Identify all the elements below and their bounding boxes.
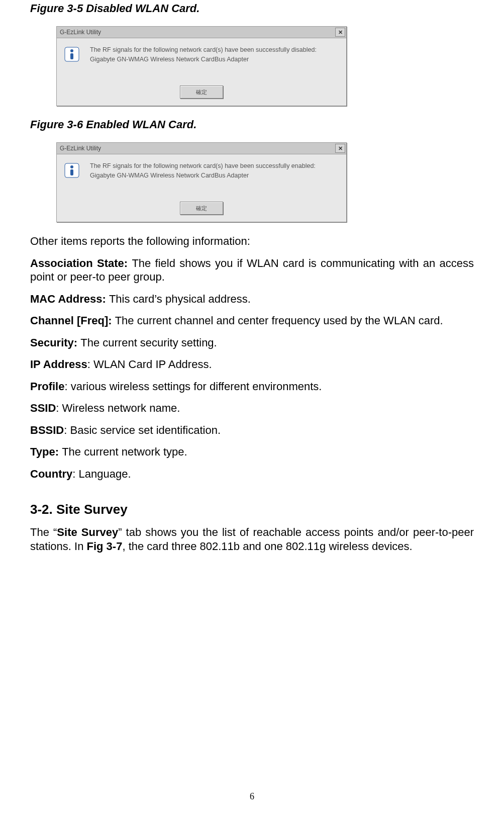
def-label: Profile <box>30 380 64 393</box>
dialog-line1: The RF signals for the following network… <box>90 161 316 171</box>
p-bold-fig-3-7: Fig 3-7 <box>87 540 123 553</box>
p-bold-site-survey: Site Survey <box>57 526 118 538</box>
figure-3-6-caption: Figure 3-6 Enabled WLAN Card. <box>30 118 474 131</box>
def-label: BSSID <box>30 424 64 436</box>
p-part: , the card three 802.11b and one 802.11g… <box>122 540 412 553</box>
figure-3-5-caption: Figure 3-5 Disabled WLAN Card. <box>30 2 474 15</box>
ok-button[interactable]: 確定 <box>180 85 223 99</box>
dialog-message: The RF signals for the following network… <box>90 161 316 196</box>
dialog-line2: Gigabyte GN-WMAG Wireless Network CardBu… <box>90 55 317 64</box>
figure-3-5-image: G-EzLink Utility ✕ The RF signals for th… <box>56 26 474 106</box>
close-icon[interactable]: ✕ <box>335 28 345 37</box>
svg-point-1 <box>70 49 73 52</box>
page-number: 6 <box>0 791 504 802</box>
ok-button[interactable]: 確定 <box>180 202 223 215</box>
dialog-line1: The RF signals for the following network… <box>90 45 317 55</box>
dialog-enabled: G-EzLink Utility ✕ The RF signals for th… <box>56 142 347 222</box>
def-profile: Profile: various wireless settings for d… <box>30 380 474 394</box>
def-text: The current network type. <box>62 445 187 458</box>
site-survey-paragraph: The “Site Survey” tab shows you the list… <box>30 525 474 553</box>
def-ssid: SSID: Wireless network name. <box>30 401 474 415</box>
def-ip-address: IP Address: WLAN Card IP Address. <box>30 357 474 372</box>
dialog-footer: 確定 <box>57 199 346 222</box>
def-label: IP Address <box>30 358 87 371</box>
def-text: The current security setting. <box>80 336 217 349</box>
close-icon[interactable]: ✕ <box>335 144 345 153</box>
dialog-message: The RF signals for the following network… <box>90 45 317 79</box>
def-association-state: Association State: The field shows you i… <box>30 256 474 284</box>
svg-rect-2 <box>70 53 73 59</box>
def-label: Channel [Freq]: <box>30 314 115 327</box>
intro-text: Other items reports the following inform… <box>30 234 474 248</box>
dialog-footer: 確定 <box>57 82 346 106</box>
def-text: : Basic service set identification. <box>64 424 221 436</box>
dialog-titlebar: G-EzLink Utility ✕ <box>57 27 346 38</box>
def-label: Type: <box>30 445 62 458</box>
def-text: The current channel and center frequency… <box>115 314 443 327</box>
def-channel-freq: Channel [Freq]: The current channel and … <box>30 314 474 328</box>
def-text: : Wireless network name. <box>56 402 180 414</box>
dialog-title-text: G-EzLink Utility <box>60 145 101 152</box>
def-label: Country <box>30 468 72 480</box>
page-root: Figure 3-5 Disabled WLAN Card. G-EzLink … <box>0 2 504 818</box>
def-label: Security: <box>30 336 80 349</box>
info-icon <box>64 162 80 178</box>
def-text: : Language. <box>72 468 131 480</box>
def-bssid: BSSID: Basic service set identification. <box>30 423 474 437</box>
def-text: : WLAN Card IP Address. <box>87 358 212 371</box>
dialog-titlebar: G-EzLink Utility ✕ <box>57 143 346 154</box>
def-mac-address: MAC Address: This card’s physical addres… <box>30 292 474 306</box>
dialog-disabled: G-EzLink Utility ✕ The RF signals for th… <box>56 26 347 106</box>
def-label: Association State: <box>30 257 132 269</box>
def-label: MAC Address: <box>30 293 109 305</box>
def-security: Security: The current security setting. <box>30 336 474 350</box>
def-country: Country: Language. <box>30 467 474 481</box>
svg-rect-5 <box>70 169 73 175</box>
p-part: The “ <box>30 526 57 538</box>
dialog-line2: Gigabyte GN-WMAG Wireless Network CardBu… <box>90 171 316 180</box>
section-heading-site-survey: 3-2. Site Survey <box>30 502 474 517</box>
def-text: This card’s physical address. <box>109 293 251 305</box>
dialog-title-text: G-EzLink Utility <box>60 29 101 36</box>
def-type: Type: The current network type. <box>30 445 474 459</box>
dialog-body: The RF signals for the following network… <box>57 38 346 82</box>
svg-point-4 <box>70 165 73 168</box>
info-icon <box>64 46 80 62</box>
def-text: : various wireless settings for differen… <box>64 380 322 393</box>
dialog-body: The RF signals for the following network… <box>57 154 346 199</box>
figure-3-6-image: G-EzLink Utility ✕ The RF signals for th… <box>56 142 474 222</box>
def-label: SSID <box>30 402 56 414</box>
